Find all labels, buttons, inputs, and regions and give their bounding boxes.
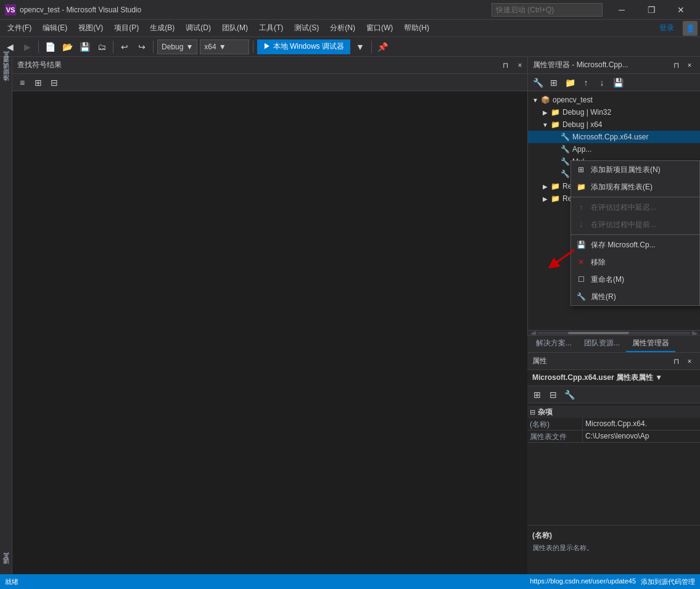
run-debugger-button[interactable]: ▶ 本地 Windows 调试器 — [257, 39, 350, 54]
props-key-name: (名称) — [527, 418, 583, 430]
tree-root-expander[interactable]: ▼ — [530, 95, 540, 105]
activity-item-1[interactable]: 工具 — [1, 59, 12, 64]
props-panel-title: 属性 — [532, 356, 668, 366]
prop-scrollbar[interactable]: ◀ ▶ — [528, 330, 700, 335]
status-add-source[interactable]: 添加到源代码管理 — [641, 577, 695, 587]
props-close-button[interactable]: × — [684, 356, 695, 367]
tree-item-debug-win32[interactable]: ▶ 📁 Debug | Win32 — [528, 106, 700, 118]
menu-help[interactable]: 帮助(H) — [399, 20, 434, 36]
find-results-tool-1[interactable]: ≡ — [15, 75, 30, 90]
prop-manager-close-button[interactable]: × — [684, 60, 695, 71]
forward-button[interactable]: ▶ — [20, 39, 35, 54]
menu-analyze[interactable]: 分析(N) — [325, 20, 360, 36]
props-key-file: 属性表文件 — [527, 430, 583, 442]
activity-item-3[interactable]: 调试 — [1, 72, 12, 76]
back-button[interactable]: ◀ — [2, 39, 17, 54]
save-all-button[interactable]: 🗂 — [94, 39, 109, 54]
prop-mgr-tool-folder[interactable]: 📁 — [562, 75, 577, 90]
bottom-tabs: 解决方案... 团队资源... 属性管理器 — [527, 335, 700, 352]
menu-file[interactable]: 文件(F) — [2, 20, 36, 36]
prop-mgr-tool-save[interactable]: 💾 — [611, 75, 625, 90]
tree-core-expander[interactable] — [550, 169, 560, 179]
props-section-misc: ⊟ 杂项 — [527, 406, 700, 418]
menu-signin[interactable]: 登录 — [654, 20, 679, 36]
menu-test[interactable]: 测试(S) — [289, 20, 324, 36]
ctx-add-existing[interactable]: 📁 添加现有属性表(E) — [571, 178, 699, 196]
tree-win32-icon: 📁 — [550, 107, 560, 117]
menu-team[interactable]: 团队(M) — [217, 20, 253, 36]
section-expander[interactable]: ⊟ — [530, 408, 535, 416]
tree-root[interactable]: ▼ 📦 opencv_test — [528, 94, 700, 106]
minimize-button[interactable]: ─ — [607, 0, 636, 20]
tree-x64-label: Debug | x64 — [562, 120, 603, 129]
debug-config-dropdown[interactable]: Debug ▼ — [157, 39, 197, 54]
tree-win32-expander[interactable]: ▶ — [540, 107, 550, 117]
find-results-tool-3[interactable]: ⊟ — [47, 75, 62, 90]
tree-item-app[interactable]: 🔧 App... — [528, 143, 700, 155]
toolbar: ◀ ▶ 📄 📂 💾 🗂 ↩ ↪ Debug ▼ x64 ▼ ▶ 本地 Windo… — [0, 37, 700, 57]
find-results-pin-button[interactable]: ⊓ — [500, 60, 511, 71]
find-results-content — [12, 91, 530, 303]
close-button[interactable]: ✕ — [667, 0, 695, 20]
open-file-button[interactable]: 📂 — [60, 39, 75, 54]
activity-item-2[interactable]: 资源 — [1, 65, 12, 70]
menu-view[interactable]: 视图(V) — [73, 20, 108, 36]
menu-project[interactable]: 项目(P) — [109, 20, 144, 36]
props-toolbar-wrench[interactable]: 🔧 — [562, 387, 577, 402]
props-toolbar: ⊞ ⊟ 🔧 — [527, 386, 700, 403]
props-desc: (名称) 属性表的显示名称。 — [527, 525, 700, 574]
quick-launch-input[interactable] — [492, 3, 603, 17]
find-results-close-button[interactable]: × — [514, 60, 525, 71]
ctx-move-down-icon: ↓ — [576, 220, 586, 229]
tab-team[interactable]: 团队资源... — [578, 336, 626, 352]
scroll-track[interactable] — [537, 332, 691, 334]
ctx-save[interactable]: 💾 保存 Microsoft.Cp... — [571, 236, 699, 253]
tree-app-expander[interactable] — [550, 144, 560, 154]
tree-rel-x64-expander[interactable]: ▶ — [540, 194, 550, 204]
status-bar: 就绪 https://blog.csdn.net/user/update45 添… — [0, 574, 700, 589]
activity-item-6[interactable]: 工具 — [1, 561, 12, 566]
activity-item-4[interactable]: 绑定 — [1, 78, 12, 83]
platform-dropdown[interactable]: x64 ▼ — [200, 39, 249, 54]
ctx-save-icon: 💾 — [576, 240, 586, 250]
save-button[interactable]: 💾 — [77, 39, 92, 54]
menu-edit[interactable]: 编辑(E) — [38, 20, 72, 36]
restore-button[interactable]: ❐ — [637, 0, 665, 20]
prop-mgr-tool-grid[interactable]: ⊞ — [546, 75, 561, 90]
undo-button[interactable]: ↩ — [117, 39, 132, 54]
props-toolbar-grid2[interactable]: ⊟ — [546, 387, 561, 402]
new-file-button[interactable]: 📄 — [43, 39, 57, 54]
menu-build[interactable]: 生成(B) — [145, 20, 179, 36]
ctx-remove[interactable]: ✕ 移除 — [571, 253, 699, 271]
menu-window[interactable]: 窗口(W) — [361, 20, 398, 36]
activity-item-5[interactable]: 油漆 — [1, 84, 12, 89]
tree-mul-expander[interactable] — [550, 157, 560, 167]
ctx-rename[interactable]: ☐ 重命名(M) — [571, 271, 699, 288]
prop-mgr-tool-down[interactable]: ↓ — [595, 75, 609, 90]
status-ready: 就绪 — [5, 577, 19, 587]
tree-rel-win32-expander[interactable]: ▶ — [540, 181, 550, 191]
run-dropdown-button[interactable]: ▼ — [353, 39, 368, 54]
title-controls: ─ ❐ ✕ — [607, 0, 695, 20]
prop-mgr-tool-wrench[interactable]: 🔧 — [530, 75, 545, 90]
redo-button[interactable]: ↪ — [134, 39, 149, 54]
ctx-properties[interactable]: 🔧 属性(R) — [571, 288, 699, 305]
tree-item-ms-cpp[interactable]: 🔧 Microsoft.Cpp.x64.user — [528, 131, 700, 143]
props-pin-button[interactable]: ⊓ — [670, 356, 681, 367]
activity-item-7[interactable]: 调试 — [1, 567, 12, 572]
menu-tools[interactable]: 工具(T) — [254, 20, 288, 36]
props-toolbar-grid1[interactable]: ⊞ — [530, 387, 545, 402]
tree-item-debug-x64[interactable]: ▼ 📁 Debug | x64 — [528, 118, 700, 131]
menu-debug[interactable]: 调试(D) — [181, 20, 216, 36]
status-url[interactable]: https://blog.csdn.net/user/update45 — [530, 577, 636, 587]
find-results-tool-2[interactable]: ⊞ — [31, 75, 46, 90]
attach-button[interactable]: 📌 — [376, 39, 390, 54]
tab-prop-manager[interactable]: 属性管理器 — [626, 336, 675, 352]
tree-ms-cpp-expander[interactable] — [550, 132, 560, 142]
tree-x64-expander[interactable]: ▼ — [540, 120, 550, 130]
ctx-add-new[interactable]: ⊞ 添加新项目属性表(N) — [571, 161, 699, 178]
scroll-thumb[interactable] — [568, 332, 630, 334]
tab-solution[interactable]: 解决方案... — [530, 336, 578, 352]
prop-mgr-tool-up[interactable]: ↑ — [579, 75, 593, 90]
prop-manager-pin-button[interactable]: ⊓ — [670, 60, 681, 71]
